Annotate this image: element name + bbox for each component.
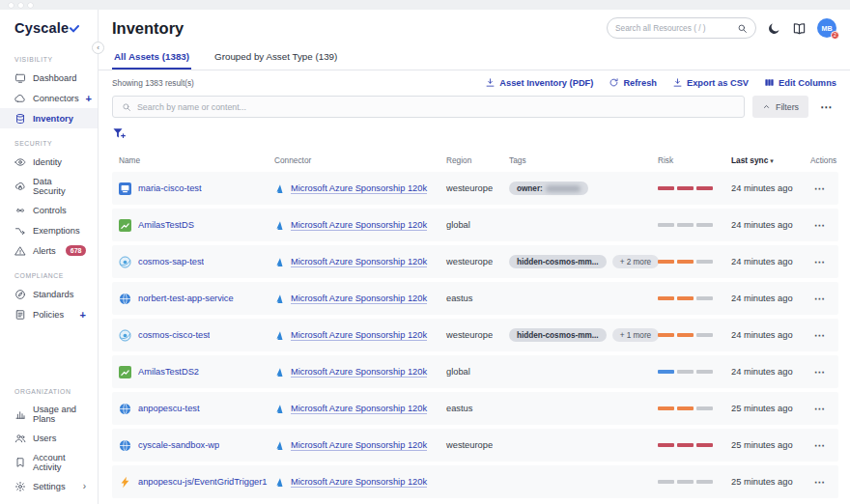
chevron-up-icon	[762, 102, 771, 111]
sidebar-item-users[interactable]: Users	[0, 428, 98, 448]
tab-all-assets[interactable]: All Assets (1383)	[112, 44, 191, 70]
asset-type-webapp-icon	[119, 439, 131, 452]
column-header-connector[interactable]: Connector	[274, 155, 446, 165]
column-header-risk[interactable]: Risk	[658, 155, 731, 165]
sidebar-item-settings[interactable]: Settings›	[0, 476, 98, 496]
table-search-box	[112, 96, 745, 118]
global-search-input[interactable]	[615, 23, 731, 33]
connector-link[interactable]: Microsoft Azure Sponsorship 120k	[291, 440, 427, 451]
connector-link[interactable]: Microsoft Azure Sponsorship 120k	[291, 404, 427, 414]
window-minimize-button[interactable]	[18, 3, 23, 8]
connector-link[interactable]: Microsoft Azure Sponsorship 120k	[291, 367, 427, 378]
risk-segment-gray	[658, 480, 674, 485]
row-actions-button[interactable]: ⋯	[810, 219, 825, 232]
row-actions-button[interactable]: ⋯	[810, 439, 825, 452]
row-actions-button[interactable]: ⋯	[810, 403, 825, 415]
export-as-csv-button[interactable]: Export as CSV	[672, 77, 749, 88]
column-header-name[interactable]: Name	[112, 155, 274, 165]
connector-link[interactable]: Microsoft Azure Sponsorship 120k	[291, 477, 427, 488]
sidebar-item-inventory[interactable]: Inventory	[0, 108, 98, 128]
book-icon	[792, 21, 807, 36]
sidebar-item-data-security[interactable]: Data Security	[0, 172, 98, 200]
risk-bar	[658, 333, 713, 338]
sidebar-collapse-button[interactable]: ‹	[92, 42, 104, 54]
filter-bar: Filters ⋯	[99, 94, 850, 124]
azure-icon	[274, 257, 285, 267]
asset-name-link[interactable]: AmilasTestDS2	[138, 367, 199, 377]
asset-name-link[interactable]: cyscale-sandbox-wp	[138, 440, 219, 450]
asset-name-link[interactable]: AmilasTestDS	[138, 220, 194, 230]
table-search-input[interactable]	[137, 102, 735, 112]
add-filter-button[interactable]	[112, 126, 126, 140]
asset-inventory-pdf-button[interactable]: Asset Inventory (PDF)	[485, 77, 593, 88]
column-header-region[interactable]: Region	[446, 155, 509, 165]
sidebar-item-alerts[interactable]: Alerts678	[0, 240, 98, 261]
window-close-button[interactable]	[9, 3, 14, 8]
azure-icon	[274, 440, 285, 451]
connector-link[interactable]: Microsoft Azure Sponsorship 120k	[291, 220, 427, 231]
connector-link[interactable]: Microsoft Azure Sponsorship 120k	[291, 183, 427, 194]
connectors-add-button[interactable]: +	[86, 93, 92, 104]
settings-icon	[14, 481, 26, 492]
row-actions-button[interactable]: ⋯	[810, 293, 825, 305]
sidebar-item-label: Exemptions	[33, 226, 80, 236]
row-actions-button[interactable]: ⋯	[810, 366, 825, 378]
column-header-last-sync[interactable]: Last sync▾	[731, 155, 810, 165]
window-zoom-button[interactable]	[28, 3, 33, 8]
user-avatar[interactable]: MB 2	[817, 18, 836, 38]
tag-more-pill[interactable]: + 1 more	[612, 328, 660, 342]
edit-columns-button[interactable]: Edit Columns	[764, 77, 836, 88]
asset-name-link[interactable]: cosmos-sap-test	[138, 257, 204, 266]
tab-grouped-by-asset-type[interactable]: Grouped by Asset Type (139)	[212, 44, 339, 70]
more-options-button[interactable]: ⋯	[816, 100, 836, 114]
tags-cell: hidden-cosmos-mm...+ 1 more	[509, 328, 658, 342]
column-header-tags[interactable]: Tags	[509, 155, 658, 165]
sidebar-item-controls[interactable]: Controls	[0, 200, 98, 220]
last-sync-cell: 24 minutes ago	[731, 294, 810, 303]
asset-name-link[interactable]: norbert-test-app-service	[138, 294, 234, 303]
redacted-tag-value	[546, 185, 581, 192]
risk-cell	[658, 443, 731, 448]
sidebar-item-connectors[interactable]: Connectors+	[0, 88, 98, 108]
identity-icon	[14, 156, 26, 168]
asset-name-link[interactable]: anpopescu-test	[138, 404, 200, 413]
sidebar-section-label: ORGANIZATION	[0, 377, 98, 400]
sidebar-item-label: Dashboard	[33, 73, 76, 83]
refresh-icon	[609, 77, 619, 88]
sidebar-item-exemptions[interactable]: Exemptions	[0, 220, 98, 240]
dark-mode-toggle[interactable]	[767, 21, 781, 36]
row-actions-button[interactable]: ⋯	[810, 329, 825, 342]
row-actions-button[interactable]: ⋯	[810, 476, 825, 489]
table-body: maria-cisco-testMicrosoft Azure Sponsors…	[112, 172, 838, 498]
connector-link[interactable]: Microsoft Azure Sponsorship 120k	[291, 330, 427, 341]
sidebar-item-label: Data Security	[33, 177, 86, 196]
asset-name-link[interactable]: cosmos-cisco-test	[138, 330, 210, 340]
filters-button[interactable]: Filters	[752, 96, 808, 118]
toolbar-actions: Asset Inventory (PDF)RefreshExport as CS…	[485, 77, 836, 88]
toolbar-action-label: Refresh	[623, 78, 657, 88]
column-header-actions[interactable]: Actions	[810, 155, 838, 165]
tag-more-pill[interactable]: + 2 more	[612, 255, 660, 268]
connector-link[interactable]: Microsoft Azure Sponsorship 120k	[291, 294, 427, 304]
sidebar-item-account-activity[interactable]: Account Activity	[0, 448, 98, 476]
table-row: cosmos-cisco-testMicrosoft Azure Sponsor…	[112, 319, 838, 351]
app-logo-text: Cyscale	[14, 20, 69, 36]
docs-button[interactable]	[792, 21, 807, 36]
asset-name-link[interactable]: anpopescu-js/EventGridTrigger1	[138, 477, 268, 487]
app-logo[interactable]: Cyscale	[0, 10, 98, 44]
sidebar-item-identity[interactable]: Identity	[0, 152, 98, 172]
asset-name-link[interactable]: maria-cisco-test	[138, 183, 202, 193]
row-actions-button[interactable]: ⋯	[810, 256, 825, 268]
window-titlebar	[0, 0, 850, 10]
sidebar-item-standards[interactable]: Standards	[0, 284, 98, 304]
sidebar-item-label: Alerts	[33, 246, 56, 256]
sidebar-item-dashboard[interactable]: Dashboard	[0, 68, 98, 88]
policies-add-button[interactable]: +	[80, 309, 86, 321]
sidebar-item-usage-and-plans[interactable]: Usage and Plans	[0, 400, 98, 428]
refresh-button[interactable]: Refresh	[609, 77, 657, 88]
connector-link[interactable]: Microsoft Azure Sponsorship 120k	[291, 257, 427, 267]
row-actions-button[interactable]: ⋯	[810, 182, 825, 195]
inventory-icon	[14, 113, 26, 125]
risk-segment-orange	[677, 296, 694, 301]
sidebar-item-policies[interactable]: Policies+	[0, 304, 98, 324]
